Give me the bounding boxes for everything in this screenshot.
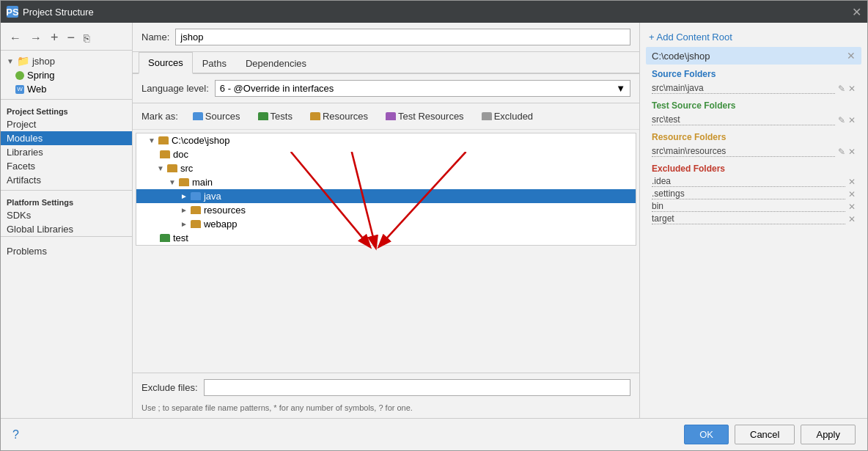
sidebar-item-problems[interactable]: Problems: [1, 240, 132, 263]
resource-folder-remove[interactable]: ✕: [848, 147, 856, 157]
test-folder-remove[interactable]: ✕: [848, 115, 856, 125]
tree-node-test[interactable]: test: [136, 231, 636, 245]
excluded-path-settings: .settings: [652, 188, 845, 199]
right-root-header: C:\code\jshop ✕: [646, 47, 861, 65]
sidebar-item-global-libraries[interactable]: Global Libraries: [1, 222, 132, 236]
bottom-bar: ? OK Cancel Apply: [1, 418, 867, 450]
tree-arrow: ▼: [169, 178, 176, 186]
exclude-input[interactable]: [204, 379, 630, 396]
tree-item-spring[interactable]: Spring: [1, 68, 132, 82]
root-close-button[interactable]: ✕: [847, 50, 856, 62]
apply-button[interactable]: Apply: [801, 425, 856, 444]
tree-node-doc[interactable]: doc: [136, 147, 636, 161]
tree-node-resources[interactable]: ► resources: [136, 203, 636, 217]
help-button[interactable]: ?: [12, 428, 19, 441]
right-panel: + Add Content Root C:\code\jshop ✕ Sourc…: [640, 23, 867, 418]
excluded-path-idea: .idea: [652, 176, 845, 187]
ok-button[interactable]: OK: [684, 425, 729, 444]
add-module-button[interactable]: +: [48, 29, 62, 47]
tree-item-web[interactable]: W Web: [1, 82, 132, 96]
excluded-item-bin: bin ✕: [646, 200, 861, 213]
sidebar-item-project[interactable]: Project: [1, 117, 132, 131]
sidebar-item-modules[interactable]: Modules: [1, 131, 132, 145]
sidebar: ← → + − ⎘ ▼ 📁 jshop Spring W: [1, 23, 133, 418]
remove-module-button[interactable]: −: [65, 29, 78, 47]
tree-arrow: ►: [180, 192, 188, 200]
folder-icon: [158, 136, 169, 144]
tree-node-main[interactable]: ▼ main: [136, 175, 636, 189]
tab-sources[interactable]: Sources: [139, 52, 193, 74]
excluded-remove-settings[interactable]: ✕: [848, 189, 856, 199]
tree-node-java[interactable]: ► java: [136, 189, 636, 203]
dialog-title: Project Structure: [23, 7, 852, 18]
test-resources-folder-icon: [386, 112, 396, 120]
tree-item-label: jshop: [32, 56, 55, 67]
excluded-remove-target[interactable]: ✕: [848, 214, 856, 224]
exclude-label: Exclude files:: [141, 382, 198, 393]
lang-label: Language level:: [141, 83, 209, 94]
mark-sources-button[interactable]: Sources: [187, 109, 246, 123]
tab-dependencies[interactable]: Dependencies: [236, 53, 316, 74]
excluded-item-target: target ✕: [646, 213, 861, 225]
tree-item-label: Web: [27, 84, 47, 95]
name-bar: Name:: [133, 23, 639, 52]
excluded-path-target: target: [652, 213, 845, 224]
tree-item-jshop[interactable]: ▼ 📁 jshop: [1, 54, 132, 68]
add-content-root-button[interactable]: + Add Content Root: [646, 29, 861, 45]
mark-resources-button[interactable]: Resources: [304, 109, 374, 123]
source-folders-label: Source Folders: [646, 66, 861, 81]
source-folder-edit[interactable]: ✎: [838, 84, 845, 94]
tree-node-root[interactable]: ▼ C:\code\jshop: [136, 133, 636, 147]
sidebar-item-artifacts[interactable]: Artifacts: [1, 173, 132, 187]
folder-icon: [167, 164, 177, 172]
spring-icon: [15, 71, 24, 80]
mark-tests-button[interactable]: Tests: [252, 109, 298, 123]
name-label: Name:: [141, 32, 169, 43]
test-folder-edit[interactable]: ✎: [838, 115, 845, 125]
resource-folder-edit[interactable]: ✎: [838, 147, 845, 157]
sidebar-item-facets[interactable]: Facets: [1, 159, 132, 173]
excluded-remove-idea[interactable]: ✕: [848, 177, 856, 187]
tab-paths[interactable]: Paths: [193, 53, 236, 74]
close-button[interactable]: ✕: [852, 5, 861, 19]
sidebar-item-label: Facets: [7, 161, 35, 172]
cancel-button[interactable]: Cancel: [735, 425, 795, 444]
tree-arrow: ►: [180, 206, 188, 214]
copy-module-button[interactable]: ⎘: [81, 31, 92, 45]
mark-as-label: Mark as:: [141, 111, 178, 122]
web-icon: W: [15, 85, 24, 94]
test-source-folders-label: Test Source Folders: [646, 98, 861, 112]
sidebar-item-libraries[interactable]: Libraries: [1, 145, 132, 159]
tree-item-label: Spring: [27, 70, 55, 81]
excluded-folder-icon: [482, 112, 492, 120]
mark-test-resources-button[interactable]: Test Resources: [380, 109, 470, 123]
mark-as-bar: Mark as: Sources Tests Resources Test Re…: [133, 103, 639, 130]
tree-arrow: ▼: [7, 57, 14, 65]
sidebar-item-label: Global Libraries: [7, 224, 73, 235]
resource-folders-content: src\main\resources ✎ ✕: [646, 144, 861, 161]
name-input[interactable]: [175, 29, 630, 45]
test-source-folders-content: src\test ✎ ✕: [646, 112, 861, 129]
tree-node-src[interactable]: ▼ src: [136, 161, 636, 175]
source-folder-remove[interactable]: ✕: [848, 84, 856, 94]
tree-arrow: ▼: [157, 164, 164, 172]
sidebar-item-label: Artifacts: [7, 175, 41, 186]
mark-excluded-button[interactable]: Excluded: [476, 109, 539, 123]
sidebar-item-label: Modules: [7, 133, 43, 144]
sidebar-item-label: Libraries: [7, 147, 43, 158]
title-bar: PS Project Structure ✕: [1, 1, 867, 23]
tree-arrow: ▼: [148, 136, 155, 144]
folder-sources-icon: [191, 192, 201, 200]
tests-folder-icon: [258, 112, 268, 120]
lang-select[interactable]: 6 - @Override in interfaces ▼: [215, 80, 630, 97]
sidebar-item-sdks[interactable]: SDKs: [1, 208, 132, 222]
main-content: ← → + − ⎘ ▼ 📁 jshop Spring W: [1, 23, 867, 418]
folder-webapp-icon: [191, 220, 201, 228]
forward-button[interactable]: →: [27, 30, 45, 46]
back-button[interactable]: ←: [7, 30, 24, 46]
test-source-folder-path: src\test: [652, 114, 835, 125]
sources-folder-icon: [193, 112, 203, 120]
center-panel: Name: Sources Paths Dependencies Languag…: [133, 23, 640, 418]
excluded-remove-bin[interactable]: ✕: [848, 202, 856, 212]
tree-node-webapp[interactable]: ► webapp: [136, 217, 636, 231]
